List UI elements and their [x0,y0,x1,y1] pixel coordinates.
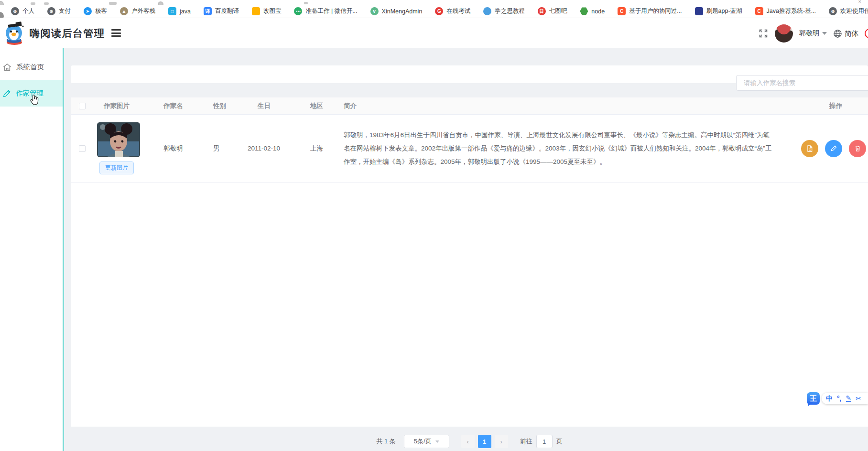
page-suffix-label: 页 [556,437,563,446]
bookmark-item[interactable]: ➤ 极客 [84,7,107,15]
bookmark-item[interactable]: □ java [168,7,191,15]
app-logo-duck-icon [2,21,26,45]
pencil-icon [830,145,837,152]
author-intro: 郭敬明，1983年6月6日出生于四川省自贡市，中国作家、导演、上海最世文化发展有… [344,129,775,169]
bookmark-label: 百度翻译 [215,7,239,15]
column-header: 作家图片 [94,102,158,110]
screen: × ⊕ 个人 ⊕ 支付 ➤ 极客 ▲ 户外客栈 □ java 译 百度翻译 [0,0,868,451]
bookmark-item[interactable]: ⋯ 准备工作 | 微信开... [294,7,357,15]
sidebar-item-home[interactable]: 系统首页 [0,54,63,80]
author-photo [97,122,140,157]
ime-handwriting-icon[interactable]: ✎ [846,395,852,402]
partial-close-icon: × [858,0,861,4]
document-icon [806,145,814,152]
bookmark-item[interactable]: 学之思教程 [483,7,525,15]
column-header: 生日 [246,102,300,110]
logout-icon[interactable] [865,29,868,38]
language-switcher[interactable]: 简体 [833,29,858,38]
bookmark-item[interactable]: C Java推荐系统-基... [755,7,816,15]
pagination-total: 共 1 条 [376,437,395,446]
globe-icon: ⊕ [47,7,55,15]
bookmark-label: Java推荐系统-基... [767,7,816,15]
table-header-row: 作家图片 作家名 性别 生日 地区 简介 操作 [71,97,868,115]
update-image-button[interactable]: 更新图片 [99,161,134,174]
delete-button[interactable] [849,140,866,157]
globe-icon [833,29,842,38]
red-disc-icon: 日 [538,7,546,15]
bookmark-item[interactable]: ⊕ 支付 [47,7,71,15]
node-hexagon-icon [580,7,588,15]
leaf-v-icon: v [370,7,379,15]
bookmark-item[interactable]: ⊕ 个人 [11,7,34,15]
ime-mode-toggle[interactable]: 中 [826,395,833,402]
select-all-checkbox[interactable] [79,103,86,109]
bookmark-label: 基于用户的协同过... [629,7,682,15]
partial-favicon [0,12,4,18]
bilibili-tv-icon: □ [168,7,176,15]
bookmark-item[interactable]: 刷题app-蓝湖 [695,7,742,15]
bookmark-label: 准备工作 | 微信开... [305,7,357,15]
csdn-icon: C [618,7,626,15]
bookmark-label: 欢迎使用任我行CRM [840,7,868,15]
user-dropdown[interactable]: 郭敬明 [799,29,827,38]
translate-icon: 译 [204,7,212,15]
bookmarks-bar: ⊕ 个人 ⊕ 支付 ➤ 极客 ▲ 户外客栈 □ java 译 百度翻译 改图宝 [0,5,868,18]
column-header: 操作 [785,102,868,110]
eagle-icon: ▲ [120,7,128,15]
app-header: 嗨阅读后台管理 郭敬明 简体 [0,19,868,48]
ime-toolbar: 王 中 °, ✎ ✂ [807,392,868,405]
row-checkbox[interactable] [79,145,86,152]
edit-button[interactable] [825,140,842,157]
fullscreen-icon[interactable] [758,28,769,39]
trash-icon [854,145,861,152]
sidebar-divider [63,48,64,451]
goto-page-input[interactable] [536,435,553,448]
bookmark-label: 刷题app-蓝湖 [706,7,742,15]
bookmark-label: node [591,8,605,15]
bookmark-label: 七图吧 [549,7,567,15]
column-header: 简介 [342,102,785,110]
home-icon [2,63,12,72]
csdn-icon: C [755,7,763,15]
current-page-button[interactable]: 1 [478,435,491,448]
bookmark-item[interactable]: 译 百度翻译 [204,7,239,15]
bookmark-label: 户外客栈 [131,7,155,15]
user-avatar[interactable] [775,24,793,43]
sidebar-item-label: 作家管理 [16,89,43,98]
bookmark-item[interactable]: G 在线考试 [435,7,470,15]
username: 郭敬明 [799,29,819,38]
search-input[interactable] [736,75,868,91]
chevron-down-icon [435,440,439,443]
bookmark-label: XinMengAdmin [382,8,423,15]
ime-clipboard-icon[interactable]: ✂ [856,395,861,402]
prev-page-button[interactable]: ‹ [461,435,475,448]
bookmark-label: 学之思教程 [495,7,525,15]
menu-collapse-button[interactable] [111,29,121,39]
bookmark-item[interactable]: node [580,7,605,15]
bookmark-item[interactable]: ▲ 户外客栈 [120,7,155,15]
sidebar-item-authors[interactable]: 作家管理 [0,80,63,107]
bookmark-item[interactable]: v XinMengAdmin [370,7,423,15]
lanhu-owl-icon [695,7,703,15]
bookmark-item[interactable]: ⊕ 欢迎使用任我行CRM [829,7,868,15]
partial-toolbar-icon [304,2,308,4]
bookmark-item[interactable]: C 基于用户的协同过... [618,7,682,15]
ime-logo-icon[interactable]: 王 [807,392,820,405]
blue-bird-icon [483,7,491,15]
page-size-select[interactable]: 5条/页 [404,435,449,448]
column-header: 性别 [206,102,246,110]
next-page-button[interactable]: › [495,435,508,448]
bookmark-item[interactable]: 改图宝 [252,7,282,15]
sidebar: 系统首页 作家管理 [0,48,63,451]
ime-punctuation-toggle[interactable]: °, [837,395,842,402]
paper-plane-icon: ➤ [84,7,92,15]
bookmark-label: 极客 [95,7,107,15]
image-tool-icon [252,7,260,15]
author-region: 上海 [300,144,342,153]
view-detail-button[interactable] [801,140,818,157]
author-gender: 男 [206,144,246,153]
app-title: 嗨阅读后台管理 [30,27,105,40]
bookmark-label: java [180,8,191,15]
bookmark-item[interactable]: 日 七图吧 [538,7,567,15]
goto-label: 前往 [520,437,532,446]
